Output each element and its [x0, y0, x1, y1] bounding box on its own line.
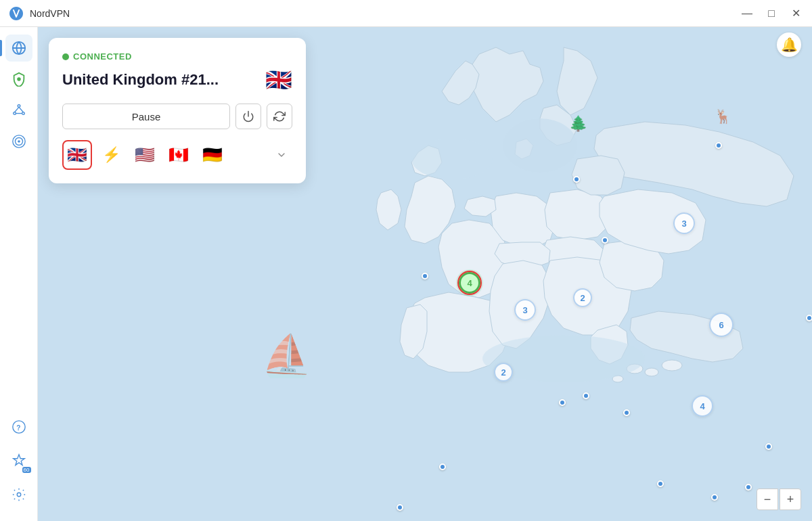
marker-dot	[623, 409, 630, 416]
power-icon	[242, 110, 254, 122]
sidebar-item-meshnet[interactable]	[5, 97, 32, 124]
marker-dot	[765, 443, 772, 450]
map-marker[interactable]	[397, 504, 403, 511]
pause-button[interactable]: Pause	[62, 104, 230, 129]
window-controls: — □ ✕	[739, 5, 804, 22]
svg-line-5	[14, 107, 18, 112]
svg-line-6	[19, 107, 23, 112]
map-marker[interactable]: 6	[709, 313, 734, 337]
marker-dot	[745, 484, 752, 491]
deer-icon: 🦌	[715, 108, 731, 124]
quick-connect-us[interactable]: 🇺🇸	[130, 140, 160, 170]
mesh-icon	[12, 103, 26, 118]
shield-icon	[12, 72, 26, 87]
marker-dot	[657, 480, 664, 487]
chat-icon: ?	[12, 420, 26, 434]
sidebar-item-shield[interactable]	[5, 66, 32, 93]
zoom-controls: − +	[757, 489, 801, 510]
sidebar-item-badge[interactable]: 60	[5, 447, 32, 474]
quick-connect-ca[interactable]: 🇨🇦	[164, 140, 194, 170]
connection-server: United Kingdom #21... 🇬🇧	[62, 67, 292, 93]
minimize-button[interactable]: —	[739, 5, 755, 22]
map-marker[interactable]: 4	[459, 272, 480, 294]
marker-dot	[711, 494, 718, 501]
globe-icon	[12, 41, 26, 55]
sidebar-item-support[interactable]: ?	[5, 413, 32, 440]
target-icon	[12, 134, 26, 149]
svg-point-43	[503, 118, 577, 173]
close-button[interactable]: ✕	[788, 5, 804, 22]
svg-point-3	[13, 112, 16, 115]
map-marker[interactable]	[715, 142, 722, 149]
map-marker[interactable]: 3	[514, 299, 536, 321]
app-body: ? 60	[0, 27, 812, 521]
svg-point-1	[17, 77, 21, 81]
svg-point-45	[411, 139, 493, 179]
svg-point-13	[17, 493, 21, 497]
map-marker[interactable]	[583, 392, 589, 399]
quick-connect-lightning[interactable]: ⚡	[96, 140, 126, 170]
quick-connect-uk[interactable]: 🇬🇧	[62, 140, 92, 170]
marker-circle: 2	[573, 288, 592, 307]
marker-circle: 4	[692, 395, 713, 417]
map-marker[interactable]	[623, 409, 630, 416]
zoom-in-button[interactable]: +	[780, 489, 801, 510]
server-flag: 🇬🇧	[265, 67, 292, 93]
marker-circle: 2	[494, 363, 513, 382]
svg-point-2	[18, 105, 20, 108]
marker-dot	[397, 504, 403, 511]
svg-text:?: ?	[16, 424, 20, 432]
maximize-button[interactable]: □	[763, 5, 780, 22]
map-marker[interactable]	[559, 399, 566, 406]
svg-point-4	[22, 112, 24, 115]
sidebar-item-threat[interactable]	[5, 128, 32, 155]
refresh-icon	[273, 110, 286, 122]
expand-quick-connect[interactable]	[271, 144, 292, 166]
connection-card: CONNECTED United Kingdom #21... 🇬🇧 Pause	[49, 38, 306, 183]
notification-bell[interactable]: 🔔	[777, 32, 801, 57]
sidebar-item-map[interactable]	[5, 35, 32, 62]
marker-circle: 3	[673, 212, 695, 234]
map-marker[interactable]	[573, 176, 580, 183]
zoom-out-button[interactable]: −	[757, 489, 778, 510]
chevron-down-icon	[276, 150, 287, 160]
map-marker[interactable]: 3	[673, 212, 695, 234]
map-marker[interactable]: 2	[494, 363, 513, 382]
connection-status: CONNECTED	[62, 51, 292, 62]
marker-dot	[559, 399, 566, 406]
server-name: United Kingdom #21...	[62, 71, 219, 89]
sidebar-bottom: ? 60	[5, 411, 32, 516]
power-button[interactable]	[235, 104, 261, 129]
refresh-button[interactable]	[267, 104, 292, 129]
marker-dot	[573, 176, 580, 183]
map-marker[interactable]	[657, 480, 664, 487]
map-marker[interactable]	[439, 463, 446, 470]
marker-dot	[715, 142, 722, 149]
marker-dot	[422, 273, 428, 279]
quick-connect-de[interactable]: 🇩🇪	[198, 140, 227, 170]
marker-dot	[602, 237, 608, 244]
titlebar: NordVPN — □ ✕	[0, 0, 812, 27]
status-text: CONNECTED	[73, 51, 132, 62]
badge-icon	[12, 453, 26, 468]
map-marker[interactable]: 4	[692, 395, 713, 417]
map-marker[interactable]	[602, 237, 608, 244]
marker-dot	[583, 392, 589, 399]
connection-actions: Pause	[62, 104, 292, 129]
status-dot	[62, 53, 69, 60]
sidebar-item-settings[interactable]	[5, 481, 32, 508]
bell-icon: 🔔	[781, 37, 798, 53]
map-marker[interactable]	[422, 273, 428, 279]
map-marker[interactable]	[765, 443, 772, 450]
svg-point-41	[662, 360, 682, 371]
map-marker[interactable]: 2	[573, 288, 592, 307]
map-marker[interactable]	[745, 484, 752, 491]
nordvpn-logo	[8, 5, 24, 22]
svg-marker-34	[572, 156, 625, 195]
map-marker[interactable]	[806, 315, 812, 321]
map-marker[interactable]	[711, 494, 718, 501]
marker-circle: 6	[709, 313, 734, 337]
svg-point-40	[645, 368, 658, 376]
marker-circle: 4	[459, 272, 480, 294]
map-container[interactable]: 🌲 🦌 ⛵ 4323624 🔔 CONNECTED United Kingdom…	[38, 27, 812, 521]
